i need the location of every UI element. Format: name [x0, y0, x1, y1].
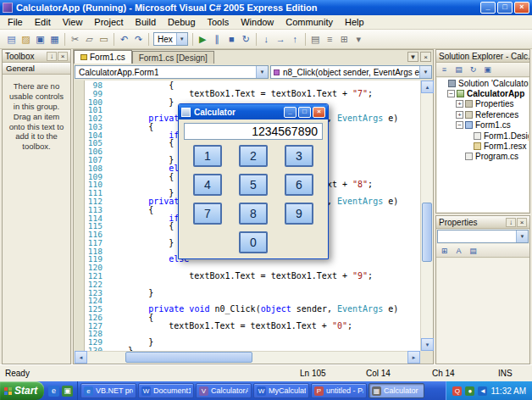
toolbox-group-general[interactable]: General — [3, 63, 70, 75]
close-icon[interactable]: × — [517, 218, 527, 227]
tree-item[interactable]: +References — [437, 109, 529, 119]
taskbar-task[interactable]: VCalculatorApp (Run... — [196, 383, 252, 398]
menu-item-tools[interactable]: Tools — [202, 16, 236, 28]
pin-icon[interactable]: ↓ — [506, 218, 516, 227]
horizontal-scrollbar[interactable]: ◄ ► — [75, 351, 420, 364]
alphabetical-icon[interactable]: A — [452, 245, 465, 257]
continue-button[interactable]: ▶ — [196, 32, 210, 47]
tree-item[interactable]: Solution 'CalculatorApp' (1 pro — [437, 78, 529, 88]
types-dropdown[interactable]: CalculatorApp.Form1 ▼ — [75, 65, 269, 79]
calc-key-7[interactable]: 7 — [193, 203, 222, 225]
calculator-dialog[interactable]: Calculator _ □ × 1234567890 1234567890 — [178, 103, 329, 259]
tree-item[interactable]: Form1.Designer.c — [437, 131, 529, 141]
calc-key-4[interactable]: 4 — [193, 174, 222, 196]
dialog-title-bar[interactable]: Calculator _ □ × — [179, 104, 328, 119]
tree-item[interactable]: −CalculatorApp — [437, 88, 529, 98]
tree-item[interactable]: Program.cs — [437, 152, 529, 162]
step-into-button[interactable]: ↓ — [259, 32, 274, 47]
calc-key-6[interactable]: 6 — [285, 174, 313, 196]
members-dropdown[interactable]: n8_Click(object sender, EventArgs e) ▼ — [270, 65, 432, 79]
tree-item[interactable]: Form1.resx — [437, 141, 529, 151]
step-over-button[interactable]: → — [274, 32, 288, 47]
chevron-down-icon[interactable]: ▼ — [516, 231, 528, 242]
break-all-button[interactable]: ∥ — [210, 32, 224, 47]
maximize-button[interactable]: □ — [298, 107, 311, 118]
file-list-dropdown-icon[interactable]: ▼ — [407, 52, 418, 62]
save-all-button[interactable]: ▦ — [47, 32, 62, 47]
chevron-down-icon[interactable]: ▼ — [419, 66, 431, 78]
properties-window-button[interactable]: ≡ — [323, 32, 337, 47]
scroll-down-icon[interactable]: ▼ — [421, 338, 434, 351]
vertical-scrollbar[interactable]: ▲ ▼ — [420, 81, 433, 351]
tray-antivirus-icon[interactable]: Q — [452, 386, 462, 396]
title-bar[interactable]: CalculatorApp (Running) - Microsoft Visu… — [0, 0, 532, 15]
close-button[interactable]: × — [313, 107, 325, 118]
vertical-scrollbar-thumb[interactable] — [422, 203, 432, 262]
menu-item-help[interactable]: Help — [339, 16, 370, 28]
stop-debug-button[interactable]: ■ — [224, 32, 239, 47]
collapse-icon[interactable]: − — [447, 90, 455, 97]
properties-object-dropdown[interactable]: ▼ — [437, 230, 529, 243]
menu-item-project[interactable]: Project — [88, 16, 129, 28]
copy-button[interactable]: ▱ — [82, 32, 97, 47]
properties-header[interactable]: Properties ↓ × — [436, 216, 529, 229]
menu-item-edit[interactable]: Edit — [29, 16, 57, 28]
calc-key-3[interactable]: 3 — [285, 145, 313, 167]
menu-item-build[interactable]: Build — [130, 16, 162, 28]
solution-explorer-button[interactable]: ▤ — [308, 32, 323, 47]
calc-key-9[interactable]: 9 — [285, 203, 313, 225]
taskbar-task[interactable]: WDocument1 - Micros... — [138, 383, 194, 398]
tree-item[interactable]: +Properties — [437, 99, 529, 109]
cut-button[interactable]: ✂ — [68, 32, 82, 47]
horizontal-scrollbar-thumb[interactable] — [125, 352, 252, 363]
taskbar-task[interactable]: eVB.NET programmin... — [80, 383, 136, 398]
property-pages-icon[interactable]: ▤ — [467, 245, 479, 257]
tab-form1-cs[interactable]: Form1.cs — [74, 50, 132, 64]
toolbar-options-button[interactable]: ▾ — [352, 32, 366, 47]
calc-key-1[interactable]: 1 — [193, 145, 222, 167]
pin-icon[interactable]: ↓ — [47, 52, 57, 61]
solution-explorer-header[interactable]: Solution Explorer - Calc... ↓ × — [436, 50, 529, 63]
menu-item-file[interactable]: File — [2, 16, 29, 28]
undo-button[interactable]: ↶ — [117, 32, 131, 47]
new-item-button[interactable]: ▤ — [4, 32, 19, 47]
calc-key-5[interactable]: 5 — [239, 174, 268, 196]
expand-icon[interactable]: + — [456, 100, 463, 108]
scroll-right-icon[interactable]: ► — [407, 351, 420, 364]
taskbar-task[interactable]: Puntitled - Paint — [311, 383, 367, 398]
menu-item-window[interactable]: Window — [235, 16, 280, 28]
calc-key-2[interactable]: 2 — [239, 145, 268, 167]
tray-volume-icon[interactable]: ◄ — [478, 386, 487, 396]
hex-display-combo[interactable]: Hex▼ — [153, 32, 188, 46]
quick-launch-browser-icon[interactable]: e — [48, 386, 59, 397]
toolbox-header[interactable]: Toolbox ↓ × — [3, 50, 70, 63]
chevron-down-icon[interactable]: ▼ — [256, 66, 268, 78]
paste-button[interactable]: ▭ — [97, 32, 111, 47]
properties-icon[interactable]: ≡ — [438, 64, 451, 75]
open-file-button[interactable]: ▨ — [19, 32, 33, 47]
calc-key-8[interactable]: 8 — [239, 203, 268, 225]
maximize-button[interactable]: □ — [497, 2, 513, 14]
menu-item-community[interactable]: Community — [280, 16, 339, 28]
save-button[interactable]: ▣ — [33, 32, 47, 47]
properties-grid[interactable] — [437, 258, 529, 363]
taskbar-task[interactable]: WMyCalculator - Micr... — [253, 383, 309, 398]
redo-button[interactable]: ↷ — [131, 32, 146, 47]
scroll-up-icon[interactable]: ▲ — [421, 81, 434, 93]
indicator-margin[interactable] — [75, 81, 85, 351]
tray-update-icon[interactable]: ● — [465, 386, 474, 396]
calculator-display[interactable]: 1234567890 — [184, 123, 323, 140]
collapse-icon[interactable]: − — [456, 121, 463, 129]
scroll-left-icon[interactable]: ◄ — [75, 351, 87, 364]
view-code-icon[interactable]: ▣ — [481, 64, 494, 75]
menu-item-view[interactable]: View — [57, 16, 89, 28]
restart-button[interactable]: ↻ — [239, 32, 253, 47]
menu-item-debug[interactable]: Debug — [162, 16, 201, 28]
show-all-files-icon[interactable]: ▤ — [452, 64, 465, 75]
step-out-button[interactable]: ↑ — [288, 32, 302, 47]
taskbar-task[interactable]: ▦Calculator — [369, 383, 424, 398]
close-document-icon[interactable]: × — [420, 52, 431, 62]
quick-launch-desktop-icon[interactable]: ▣ — [62, 386, 73, 397]
refresh-icon[interactable]: ↻ — [467, 64, 479, 75]
close-icon[interactable]: × — [58, 52, 68, 61]
